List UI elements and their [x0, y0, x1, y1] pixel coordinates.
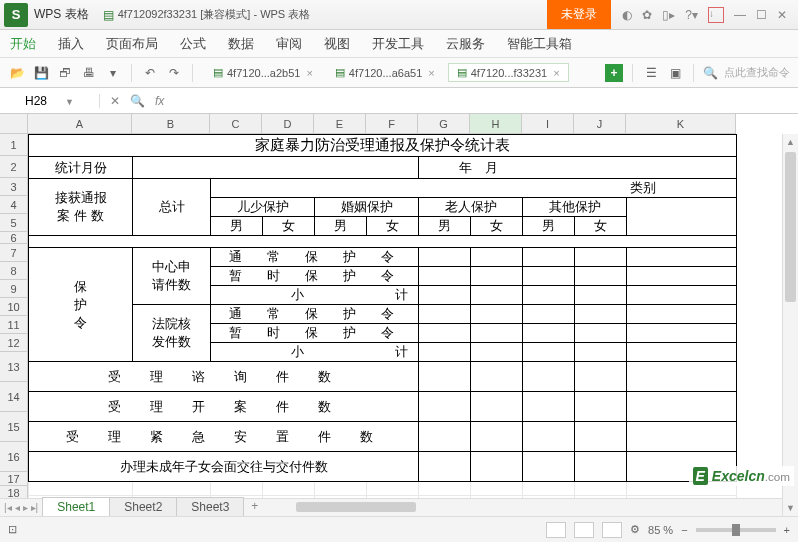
menu-审阅[interactable]: 审阅 — [276, 35, 302, 53]
login-button[interactable]: 未登录 — [547, 0, 611, 29]
new-tab-button[interactable]: + — [605, 64, 623, 82]
print-icon[interactable]: 🖶 — [80, 64, 98, 82]
zoom-slider[interactable] — [696, 528, 776, 532]
zoom-label[interactable]: 85 % — [648, 524, 673, 536]
sheet-tab-Sheet1[interactable]: Sheet1 — [42, 497, 110, 516]
zoom-out-button[interactable]: − — [681, 524, 687, 536]
prev-sheet-icon[interactable]: ◂ — [15, 502, 20, 513]
toolbar: 📂 💾 🗗 🖶 ▾ ↶ ↷ ▤4f7120...a2b51 ×▤4f7120..… — [0, 58, 798, 88]
select-all-corner[interactable] — [0, 114, 28, 134]
search-icon[interactable]: 🔍 — [703, 66, 718, 80]
find-command-input[interactable]: 点此查找命令 — [724, 65, 790, 80]
column-headers[interactable]: ABCDEFGHIJK — [28, 114, 736, 134]
col-header-J[interactable]: J — [574, 114, 626, 134]
row-header-7[interactable]: 7 — [0, 244, 28, 262]
redo-icon[interactable]: ↷ — [165, 64, 183, 82]
col-header-K[interactable]: K — [626, 114, 736, 134]
doc-tab[interactable]: ▤4f7120...a6a51 × — [326, 63, 444, 82]
fx-icon[interactable]: fx — [155, 94, 164, 108]
col-header-F[interactable]: F — [366, 114, 418, 134]
row-header-9[interactable]: 9 — [0, 280, 28, 298]
next-sheet-icon[interactable]: ▸ — [23, 502, 28, 513]
menu-开发工具[interactable]: 开发工具 — [372, 35, 424, 53]
row-header-16[interactable]: 16 — [0, 442, 28, 472]
settings-icon[interactable]: ⚙ — [630, 523, 640, 536]
zoom-in-button[interactable]: + — [784, 524, 790, 536]
menu-数据[interactable]: 数据 — [228, 35, 254, 53]
row-header-14[interactable]: 14 — [0, 382, 28, 412]
row-header-17[interactable]: 17 — [0, 472, 28, 486]
menu-插入[interactable]: 插入 — [58, 35, 84, 53]
scroll-thumb[interactable] — [785, 152, 796, 302]
col-header-H[interactable]: H — [470, 114, 522, 134]
undo-icon[interactable]: ↶ — [141, 64, 159, 82]
sheet-tab-Sheet3[interactable]: Sheet3 — [176, 497, 244, 516]
minimize-button[interactable]: — — [734, 8, 746, 22]
row-header-15[interactable]: 15 — [0, 412, 28, 442]
tab-list-icon[interactable]: ☰ — [642, 64, 660, 82]
save-icon[interactable]: 💾 — [32, 64, 50, 82]
cell-reference[interactable]: H28▼ — [0, 94, 100, 108]
menu-云服务[interactable]: 云服务 — [446, 35, 485, 53]
new-sheet-icon[interactable]: + — [243, 499, 266, 516]
row-header-3[interactable]: 3 — [0, 178, 28, 196]
menu-视图[interactable]: 视图 — [324, 35, 350, 53]
horizontal-scrollbar[interactable] — [286, 499, 782, 516]
sheet-tab-Sheet2[interactable]: Sheet2 — [109, 497, 177, 516]
menu-开始[interactable]: 开始 — [10, 35, 36, 53]
col-header-E[interactable]: E — [314, 114, 366, 134]
row-header-8[interactable]: 8 — [0, 262, 28, 280]
row-header-10[interactable]: 10 — [0, 298, 28, 316]
view-normal-button[interactable] — [546, 522, 566, 538]
system-icons: ◐ ✿ ▯▸ ?▾ ↓ — ☐ ✕ — [611, 7, 798, 23]
close-tab-icon[interactable]: × — [306, 67, 312, 79]
close-tab-icon[interactable]: × — [428, 67, 434, 79]
watermark: E Excelcn.com — [689, 466, 794, 486]
col-header-D[interactable]: D — [262, 114, 314, 134]
search-fn-icon[interactable]: 🔍 — [130, 94, 145, 108]
doc-tab[interactable]: ▤4f7120...a2b51 × — [204, 63, 322, 82]
menu-智能工具箱[interactable]: 智能工具箱 — [507, 35, 572, 53]
row-header-2[interactable]: 2 — [0, 156, 28, 178]
last-sheet-icon[interactable]: ▸| — [31, 502, 39, 513]
window-icon[interactable]: ▣ — [666, 64, 684, 82]
sheet-tab-bar: |◂ ◂ ▸ ▸| Sheet1Sheet2Sheet3 + — [0, 498, 782, 516]
doc-tab[interactable]: ▤4f7120...f33231 × — [448, 63, 569, 82]
print-preview-icon[interactable]: 🗗 — [56, 64, 74, 82]
col-header-G[interactable]: G — [418, 114, 470, 134]
help-icon[interactable]: ?▾ — [685, 8, 698, 22]
close-tab-icon[interactable]: × — [553, 67, 559, 79]
grid[interactable]: 家庭暴力防治受理通报及保护令统计表统计月份年 月接获通报 案 件 数总计类别儿少… — [28, 134, 737, 510]
col-header-A[interactable]: A — [28, 114, 132, 134]
app-badge: S — [4, 3, 28, 27]
row-header-5[interactable]: 5 — [0, 214, 28, 232]
menu-页面布局[interactable]: 页面布局 — [106, 35, 158, 53]
first-sheet-icon[interactable]: |◂ — [4, 502, 12, 513]
col-header-I[interactable]: I — [522, 114, 574, 134]
skin-icon[interactable]: ▯▸ — [662, 8, 675, 22]
maximize-button[interactable]: ☐ — [756, 8, 767, 22]
row-header-4[interactable]: 4 — [0, 196, 28, 214]
row-headers[interactable]: 123456789101112131415161718 — [0, 134, 28, 500]
status-indicator: ⊡ — [8, 523, 17, 536]
update-icon[interactable]: ↓ — [708, 7, 724, 23]
cancel-icon[interactable]: ✕ — [110, 94, 120, 108]
row-header-11[interactable]: 11 — [0, 316, 28, 334]
more-icon[interactable]: ▾ — [104, 64, 122, 82]
row-header-1[interactable]: 1 — [0, 134, 28, 156]
row-header-6[interactable]: 6 — [0, 232, 28, 244]
row-header-13[interactable]: 13 — [0, 352, 28, 382]
settings-icon[interactable]: ✿ — [642, 8, 652, 22]
view-break-button[interactable] — [602, 522, 622, 538]
scroll-down-icon[interactable]: ▼ — [783, 500, 798, 516]
sync-icon[interactable]: ◐ — [622, 8, 632, 22]
vertical-scrollbar[interactable]: ▲ ▼ — [782, 134, 798, 516]
close-button[interactable]: ✕ — [777, 8, 787, 22]
col-header-B[interactable]: B — [132, 114, 210, 134]
menu-公式[interactable]: 公式 — [180, 35, 206, 53]
view-page-button[interactable] — [574, 522, 594, 538]
row-header-12[interactable]: 12 — [0, 334, 28, 352]
col-header-C[interactable]: C — [210, 114, 262, 134]
scroll-up-icon[interactable]: ▲ — [783, 134, 798, 150]
open-icon[interactable]: 📂 — [8, 64, 26, 82]
